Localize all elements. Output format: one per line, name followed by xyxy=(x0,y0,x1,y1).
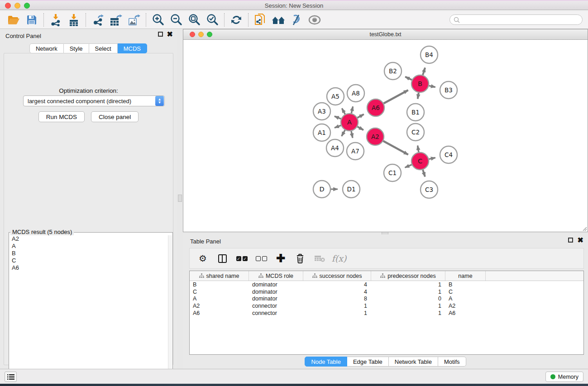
network-graph[interactable]: B4B2BB3A8A5A6A3B1AC2A1A2A4A7C4CC1C3DD1 xyxy=(183,40,588,232)
save-session-icon[interactable] xyxy=(23,12,41,28)
graph-edge-C-C3[interactable] xyxy=(423,170,425,176)
resize-grip-icon[interactable] xyxy=(581,225,587,231)
zoom-selected-icon[interactable] xyxy=(203,12,221,28)
mcds-result-item[interactable]: A xyxy=(12,243,168,250)
zoom-in-icon[interactable] xyxy=(149,12,167,28)
column-header-successor-nodes[interactable]: successor nodes xyxy=(303,271,371,281)
table-row[interactable]: Cdominator41C xyxy=(190,288,583,295)
run-mcds-button[interactable]: Run MCDS xyxy=(38,111,85,122)
create-column-icon[interactable]: ✚ xyxy=(274,251,287,266)
graph-edge-C-C1[interactable] xyxy=(405,165,412,167)
new-network-from-selection-icon[interactable] xyxy=(251,12,269,28)
show-graphics-details-icon[interactable] xyxy=(306,12,324,28)
graph-edge-A-A6[interactable] xyxy=(358,114,364,118)
graph-edge-A-A8[interactable] xyxy=(351,106,353,113)
table-cell[interactable]: connector xyxy=(249,310,303,316)
table-cell[interactable]: A xyxy=(190,295,249,302)
network-window-titlebar[interactable]: testGlobe.txt xyxy=(183,29,588,40)
table-cell[interactable]: 0 xyxy=(371,295,445,302)
graph-edge-B-B4[interactable] xyxy=(423,68,425,75)
column-header-name[interactable]: name xyxy=(445,271,486,281)
tab-mcds[interactable]: MCDS xyxy=(118,43,147,53)
graph-edge-C-C4[interactable] xyxy=(429,158,435,159)
import-network-icon[interactable] xyxy=(47,12,65,28)
table-cell[interactable]: A2 xyxy=(190,303,249,309)
table-cell[interactable]: connector xyxy=(249,303,303,309)
table-row[interactable]: A6connector11A6 xyxy=(190,310,583,317)
mcds-result-item[interactable]: C xyxy=(12,257,168,264)
table-cell[interactable]: dominator xyxy=(249,281,303,288)
optimization-criterion-dropdown[interactable]: largest connected component (directed) ▲… xyxy=(23,95,165,106)
table-options-gear-icon[interactable]: ⚙ xyxy=(196,251,210,266)
graph-edge-A-A1[interactable] xyxy=(335,125,341,128)
select-all-icon[interactable]: ✓✓ xyxy=(235,251,249,266)
table-cell[interactable]: A6 xyxy=(190,310,249,316)
tab-select[interactable]: Select xyxy=(89,43,118,53)
import-table-icon[interactable] xyxy=(65,12,83,28)
open-session-icon[interactable] xyxy=(5,12,23,28)
table-cell[interactable]: C xyxy=(445,289,486,295)
mcds-result-item[interactable]: A2 xyxy=(12,235,168,243)
table-cell[interactable]: 4 xyxy=(303,289,371,295)
table-cell[interactable]: B xyxy=(445,281,486,288)
graph-edge-B-B1[interactable] xyxy=(418,93,419,99)
table-cell[interactable]: 4 xyxy=(303,281,371,288)
graph-edge-A-A7[interactable] xyxy=(351,131,353,138)
delete-column-trash-icon[interactable] xyxy=(293,251,307,266)
table-row[interactable]: Bdominator41B xyxy=(190,281,583,288)
column-header-mcds-role[interactable]: MCDS role xyxy=(249,271,303,281)
graph-edge-A2-C[interactable] xyxy=(383,141,408,155)
zoom-fit-icon[interactable] xyxy=(185,12,203,28)
table-cell[interactable]: 1 xyxy=(303,310,371,316)
task-history-button[interactable] xyxy=(5,372,17,382)
table-cell[interactable]: 1 xyxy=(371,289,445,295)
deselect-all-icon[interactable] xyxy=(254,251,268,266)
close-table-panel-icon[interactable]: ✖ xyxy=(578,238,583,243)
mcds-result-item[interactable]: B xyxy=(12,250,168,257)
graph-edge-C-C2[interactable] xyxy=(418,146,419,152)
column-header-predecessor-nodes[interactable]: predecessor nodes xyxy=(371,271,445,281)
column-header-shared-name[interactable]: shared name xyxy=(190,271,249,281)
tab-edge-table[interactable]: Edge Table xyxy=(347,357,389,367)
close-panel-button[interactable]: Close panel xyxy=(91,111,139,122)
graph-edge-A-A3[interactable] xyxy=(335,116,341,119)
result-scrollbar[interactable] xyxy=(168,235,172,385)
graph-edge-A-A2[interactable] xyxy=(357,127,363,130)
mcds-result-item[interactable]: A6 xyxy=(12,264,168,272)
graph-edge-B-B3[interactable] xyxy=(429,86,435,87)
export-image-icon[interactable] xyxy=(125,12,143,28)
tab-motifs[interactable]: Motifs xyxy=(438,357,466,367)
table-cell[interactable]: 1 xyxy=(371,303,445,309)
graph-edge-B-B2[interactable] xyxy=(405,77,412,80)
table-cell[interactable]: 1 xyxy=(371,310,445,316)
table-cell[interactable]: A6 xyxy=(445,310,486,316)
vertical-split-grip[interactable] xyxy=(178,195,182,202)
show-column-icon[interactable] xyxy=(215,251,229,266)
table-cell[interactable]: dominator xyxy=(249,295,303,302)
zoom-out-icon[interactable] xyxy=(167,12,185,28)
refresh-icon[interactable] xyxy=(227,12,245,28)
table-cell[interactable]: dominator xyxy=(249,289,303,295)
table-row[interactable]: A2connector11A2 xyxy=(190,302,583,310)
table-cell[interactable]: 8 xyxy=(303,295,371,302)
table-cell[interactable]: A xyxy=(445,295,486,302)
graph-edge-A-A4[interactable] xyxy=(342,130,345,136)
close-panel-icon[interactable]: ✖ xyxy=(167,32,173,37)
table-cell[interactable]: C xyxy=(190,289,249,295)
graph-edge-A6-B[interactable] xyxy=(384,90,408,103)
tab-network-table[interactable]: Network Table xyxy=(389,357,438,367)
tab-style[interactable]: Style xyxy=(64,43,89,53)
table-row[interactable]: Adominator80A xyxy=(190,295,583,303)
mcds-result-list[interactable]: A2 A B C A6 xyxy=(10,235,168,385)
first-neighbors-icon[interactable] xyxy=(269,12,287,28)
export-table-icon[interactable] xyxy=(107,12,125,28)
tab-node-table[interactable]: Node Table xyxy=(305,357,347,367)
float-panel-icon[interactable] xyxy=(158,32,163,37)
float-table-panel-icon[interactable] xyxy=(568,238,573,243)
tab-network[interactable]: Network xyxy=(29,43,64,53)
table-cell[interactable]: A2 xyxy=(445,303,486,309)
memory-button[interactable]: Memory xyxy=(545,372,583,382)
table-cell[interactable]: 1 xyxy=(303,303,371,309)
search-input[interactable] xyxy=(449,14,583,25)
hide-labels-icon[interactable] xyxy=(287,12,306,28)
